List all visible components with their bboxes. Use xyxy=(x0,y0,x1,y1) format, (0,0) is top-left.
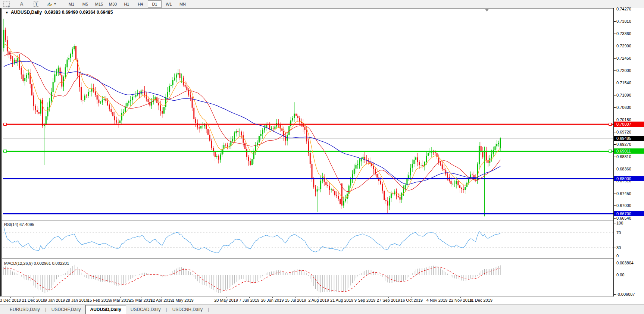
frame-f-label: F xyxy=(8,5,9,8)
price-tick-mark xyxy=(614,83,616,83)
price-tick-label: 0.73360 xyxy=(616,31,631,36)
date-tick-label: 6 Mar 2019 xyxy=(110,298,131,302)
macd-indicator-label: MACD(12,26,9) 0.002961 0.002201 xyxy=(4,261,69,266)
date-tick-label: 11 Dec 2019 xyxy=(469,298,493,302)
timeframe-button-mn[interactable]: MN xyxy=(176,1,189,7)
price-badge-0.69011: 0.69011 xyxy=(614,148,644,154)
frame-select-tool-button[interactable]: F xyxy=(1,1,12,7)
macd-pane[interactable] xyxy=(2,260,614,296)
rsi-axis-label: 30 xyxy=(616,245,621,250)
macd-axis-label: -0.006087 xyxy=(616,292,635,296)
price-tick-label: 0.73810 xyxy=(616,19,631,23)
toolbar-separator xyxy=(62,1,62,7)
timeframe-button-h4[interactable]: H4 xyxy=(134,1,147,7)
timeframe-button-h1[interactable]: H1 xyxy=(120,1,133,7)
chart-title-symbol: AUDUSD,Daily xyxy=(11,10,42,15)
timeframe-button-m15[interactable]: M15 xyxy=(93,1,106,7)
macd-tick-mark xyxy=(614,275,616,275)
price-tick-label: 0.74270 xyxy=(616,7,631,11)
price-tick-mark xyxy=(614,157,616,157)
tab-audusd[interactable]: AUDUSD,Daily xyxy=(85,305,126,314)
tab-usdcad[interactable]: USDCAD,Daily xyxy=(126,305,165,314)
indicators-dropdown-button[interactable]: ▼ xyxy=(46,1,58,7)
letter-t-icon: T xyxy=(34,1,39,7)
main-price-pane[interactable] xyxy=(2,8,614,220)
hline-handle[interactable] xyxy=(4,123,6,126)
timeframe-button-group: M1M5M15M30H1H4D1W1MN xyxy=(65,0,190,8)
price-tick-label: 0.68810 xyxy=(616,154,631,159)
price-tick-mark xyxy=(614,120,616,120)
rsi-tick-mark xyxy=(614,233,616,233)
rsi-axis-label: 70 xyxy=(616,230,621,235)
price-tick-mark xyxy=(614,34,616,34)
price-tick-label: 0.71540 xyxy=(616,81,631,85)
hline-handle[interactable] xyxy=(609,150,612,153)
price-tick-label: 0.72450 xyxy=(616,56,631,60)
rsi-pane[interactable] xyxy=(2,221,614,258)
price-tick-mark xyxy=(614,21,616,22)
chart-area[interactable] xyxy=(2,8,614,296)
date-tick-label: 16 Oct 2019 xyxy=(400,298,423,302)
date-tick-label: 15 Jul 2019 xyxy=(285,298,306,302)
price-tick-mark xyxy=(614,218,616,219)
price-tick-label: 0.68360 xyxy=(616,167,631,171)
text-tool-button[interactable]: T xyxy=(31,1,41,7)
date-tick-label: 1 May 2019 xyxy=(172,298,193,302)
price-tick-label: 0.66540 xyxy=(616,216,631,220)
arrow-text-a-button[interactable]: A xyxy=(16,1,27,7)
timeframe-button-m1[interactable]: M1 xyxy=(65,1,78,7)
date-tick-label: 12 Apr 2019 xyxy=(150,298,172,302)
tab-usdcnh[interactable]: USDCNH,Daily xyxy=(168,305,207,314)
timeframe-button-w1[interactable]: W1 xyxy=(162,1,175,7)
price-tick-mark xyxy=(614,46,616,46)
price-axis[interactable]: 0.742700.738100.733600.729000.724500.720… xyxy=(614,8,644,296)
hline-handle[interactable] xyxy=(4,150,6,153)
macd-tick-mark xyxy=(614,294,616,295)
tab-separator: | xyxy=(44,305,47,314)
date-tick-label: 4 Nov 2019 xyxy=(426,298,447,302)
rsi-tick-mark xyxy=(614,256,616,256)
date-tick-label: 2 Aug 2019 xyxy=(308,298,329,302)
dotted-frame-icon: F xyxy=(3,1,10,7)
symbol-caret-icon[interactable]: ▼ xyxy=(5,11,9,15)
hline-handle[interactable] xyxy=(609,123,612,126)
date-tick-label: 27 Sep 2019 xyxy=(377,298,400,302)
rsi-indicator-label: RSI(14) 67.4095 xyxy=(4,222,34,227)
timeframe-button-m5[interactable]: M5 xyxy=(79,1,92,7)
price-tick-mark xyxy=(614,95,616,95)
rsi-axis-label: 100 xyxy=(616,221,623,225)
price-tick-label: 0.67450 xyxy=(616,191,631,196)
price-tick-mark xyxy=(614,144,616,145)
price-tick-mark xyxy=(614,58,616,59)
macd-axis-label: 0.00 xyxy=(616,273,624,277)
macd-tick-mark xyxy=(614,263,616,263)
date-tick-label: 28 Jan 2019 xyxy=(66,298,88,302)
tab-usdchf[interactable]: USDCHF,Daily xyxy=(47,305,85,314)
date-tick-label: 15 Feb 2019 xyxy=(87,298,110,302)
date-axis[interactable]: 3 Dec 201821 Dec 20189 Jan 201928 Jan 20… xyxy=(2,297,614,304)
window-border-left-inner xyxy=(1,8,2,296)
cycle-arrows-icon xyxy=(47,1,53,7)
candlestick-chart-svg xyxy=(2,8,614,296)
date-tick-label: 26 Jun 2019 xyxy=(261,298,284,302)
date-tick-label: 21 Aug 2019 xyxy=(330,298,353,302)
rsi-axis-label: 0 xyxy=(616,254,619,258)
tab-eurusd[interactable]: EURUSD,Daily xyxy=(5,305,44,314)
timeframe-button-d1[interactable]: D1 xyxy=(148,0,162,8)
macd-axis-label: 0.003804 xyxy=(616,261,634,265)
rsi-tick-mark xyxy=(614,248,616,248)
date-tick-label: 22 Nov 2019 xyxy=(449,298,472,302)
price-tick-label: 0.70180 xyxy=(616,117,631,122)
price-tick-label: 0.67000 xyxy=(616,203,631,208)
timeframe-button-m30[interactable]: M30 xyxy=(106,1,119,7)
top-toolbar: F A T ▼ M1M5M15M30H1H4D1W1MN xyxy=(0,0,644,8)
price-badge-0.66700: 0.66700 xyxy=(614,211,644,216)
price-tick-label: 0.69270 xyxy=(616,142,631,147)
rsi-tick-mark xyxy=(614,223,616,223)
tab-separator: | xyxy=(207,305,210,314)
date-tick-label: 20 May 2019 xyxy=(214,298,238,302)
price-tick-mark xyxy=(614,9,616,9)
price-tick-mark xyxy=(614,194,616,194)
date-tick-label: 9 Sep 2019 xyxy=(354,298,375,302)
dropdown-caret-icon: ▼ xyxy=(54,3,56,5)
